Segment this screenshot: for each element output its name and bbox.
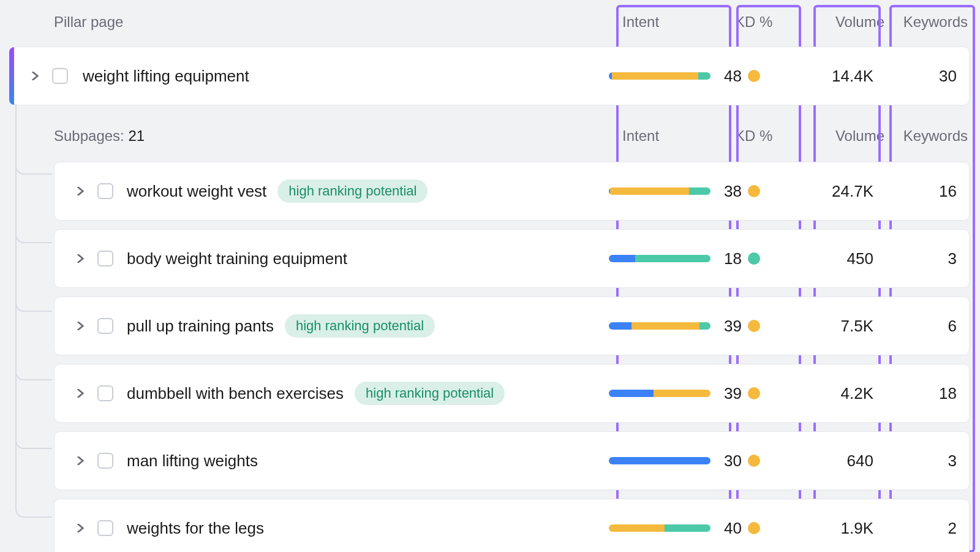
volume-cell: 7.5K [797, 317, 877, 336]
intent-bar [609, 322, 710, 330]
intent-bar [609, 255, 710, 262]
sub-header-kd: KD % [735, 127, 809, 145]
subpage-checkbox[interactable] [97, 318, 113, 334]
header-pillar: Pillar page [54, 13, 620, 31]
intent-bar [609, 524, 710, 532]
subpage-checkbox[interactable] [97, 251, 113, 267]
subpage-metrics: 39 7.5K 6 [609, 317, 969, 336]
subpage-row[interactable]: pull up training pantshigh ranking poten… [54, 297, 970, 355]
sub-header-volume: Volume [809, 127, 888, 145]
chevron-right-icon[interactable] [30, 71, 40, 81]
subpage-row[interactable]: weights for the legs 40 1.9K 2 [54, 499, 970, 552]
kd-cell: 48 [724, 67, 797, 86]
subpage-title: body weight training equipment [127, 249, 347, 268]
subpage-checkbox[interactable] [97, 183, 113, 199]
chevron-right-icon[interactable] [75, 388, 85, 398]
keywords-cell: 3 [877, 249, 969, 268]
volume-cell: 640 [797, 452, 877, 471]
tree-connector [15, 104, 52, 518]
subpage-checkbox[interactable] [97, 385, 113, 401]
subpage-checkbox[interactable] [97, 453, 113, 469]
intent-bar [609, 72, 710, 80]
chevron-right-icon[interactable] [75, 456, 85, 466]
volume-cell: 450 [797, 249, 877, 268]
subpage-title: weights for the legs [127, 519, 264, 538]
header-intent: Intent [620, 13, 735, 31]
kd-cell: 30 [724, 452, 797, 471]
subpage-metrics: 40 1.9K 2 [609, 519, 969, 538]
subpages-header-row: Subpages: 21 Intent KD % Volume Keywords [0, 119, 980, 153]
keywords-cell: 16 [877, 182, 969, 201]
sub-header-keywords: Keywords [888, 127, 980, 145]
kd-cell: 40 [724, 519, 797, 538]
intent-bar [609, 457, 710, 464]
subpage-metrics: 39 4.2K 18 [609, 384, 969, 403]
volume-cell: 14.4K [797, 67, 877, 86]
chevron-right-icon[interactable] [75, 321, 85, 331]
volume-cell: 4.2K [797, 384, 877, 403]
chevron-right-icon[interactable] [75, 186, 85, 196]
sub-header-intent: Intent [620, 127, 735, 145]
header-volume: Volume [809, 13, 888, 31]
kd-cell: 38 [724, 182, 797, 201]
subpage-checkbox[interactable] [97, 520, 113, 536]
keywords-cell: 18 [877, 384, 969, 403]
subpage-title: dumbbell with bench exercises [127, 384, 344, 403]
pillar-header-row: Pillar page Intent KD % Volume Keywords [0, 6, 980, 38]
pillar-checkbox[interactable] [52, 68, 68, 84]
subpage-title: workout weight vest [127, 182, 266, 201]
volume-cell: 1.9K [797, 519, 877, 538]
chevron-right-icon[interactable] [75, 254, 85, 263]
subpage-row[interactable]: body weight training equipment 18 450 3 [54, 229, 970, 288]
subpage-metrics: 38 24.7K 16 [609, 182, 969, 201]
subpage-row[interactable]: man lifting weights 30 640 3 [54, 431, 970, 490]
keywords-cell: 3 [877, 452, 969, 471]
keywords-cell: 6 [877, 317, 969, 336]
ranking-potential-badge: high ranking potential [285, 314, 435, 338]
header-kd: KD % [735, 13, 809, 31]
pillar-title: weight lifting equipment [83, 67, 249, 86]
pillar-table: Pillar page Intent KD % Volume Keywords … [0, 0, 980, 552]
kd-cell: 39 [724, 317, 797, 336]
header-keywords: Keywords [888, 13, 980, 31]
subpage-title: man lifting weights [127, 452, 258, 471]
ranking-potential-badge: high ranking potential [277, 180, 428, 203]
intent-bar [609, 390, 710, 397]
subpage-metrics: 30 640 3 [609, 452, 969, 471]
subpage-row[interactable]: dumbbell with bench exerciseshigh rankin… [54, 364, 970, 423]
ranking-potential-badge: high ranking potential [355, 382, 505, 405]
subpage-row[interactable]: workout weight vesthigh ranking potentia… [54, 162, 970, 221]
subpage-metrics: 18 450 3 [609, 249, 969, 268]
volume-cell: 24.7K [797, 182, 877, 201]
intent-bar [609, 187, 710, 195]
keywords-cell: 30 [877, 67, 969, 86]
kd-cell: 39 [724, 384, 797, 403]
kd-cell: 18 [724, 249, 797, 268]
pillar-metrics: 48 14.4K 30 [609, 67, 969, 86]
subpages-list: workout weight vesthigh ranking potentia… [0, 162, 980, 552]
subpage-title: pull up training pants [127, 317, 274, 336]
chevron-right-icon[interactable] [75, 523, 85, 533]
keywords-cell: 2 [877, 519, 969, 538]
pillar-accent [9, 47, 14, 105]
subpages-count: Subpages: 21 [54, 127, 620, 145]
pillar-row[interactable]: weight lifting equipment 48 14.4K 30 [11, 47, 970, 105]
